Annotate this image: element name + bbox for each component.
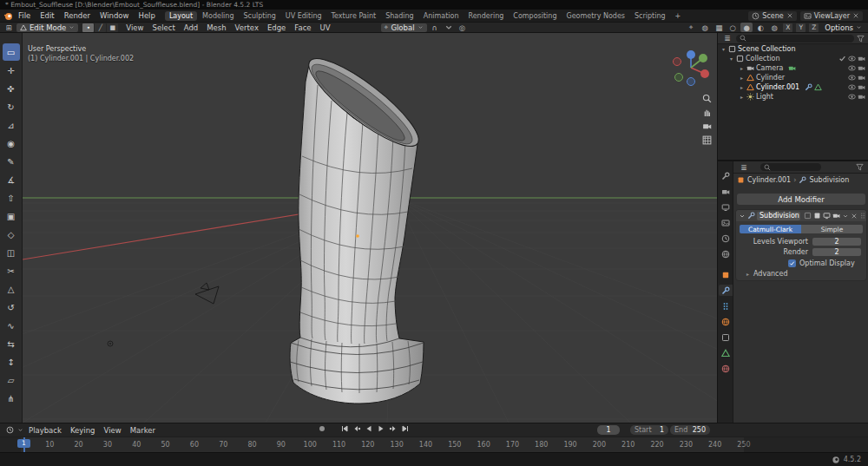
auto-keying-icon[interactable]: [318, 424, 326, 433]
tool-transform-button[interactable]: ◉: [3, 135, 20, 152]
workspace-tab-scripting[interactable]: Scripting: [630, 11, 670, 21]
properties-tab-output[interactable]: [719, 201, 733, 213]
frame-start-field[interactable]: Start 1: [630, 425, 668, 435]
modifier-panel-header[interactable]: Subdivision: [736, 210, 866, 221]
viewlayer-selector[interactable]: ViewLayer: [800, 11, 863, 21]
blender-logo-icon[interactable]: [3, 11, 13, 21]
properties-tab-physics[interactable]: [719, 316, 733, 327]
simple-button[interactable]: Simple: [801, 225, 863, 233]
menu-file[interactable]: File: [14, 10, 35, 21]
outliner-editor-icon[interactable]: ≣: [721, 34, 733, 43]
menu-uv[interactable]: UV: [317, 23, 334, 32]
optimal-display-checkbox[interactable]: [788, 259, 796, 267]
drag-handle-icon[interactable]: [859, 212, 866, 220]
properties-tab-particles[interactable]: [719, 300, 733, 312]
shading-solid-icon[interactable]: ●: [740, 23, 753, 32]
menu-select[interactable]: Select: [149, 23, 179, 32]
menu-edge[interactable]: Edge: [264, 23, 289, 32]
disclosure-icon[interactable]: ▸: [739, 84, 745, 90]
disclosure-icon[interactable]: ▾: [720, 46, 727, 52]
outliner-row-camera[interactable]: ▸ Camera: [718, 63, 868, 73]
tool-smooth-button[interactable]: ∿: [3, 317, 20, 334]
properties-tab-modifiers[interactable]: [719, 285, 733, 296]
shading-rendered-icon[interactable]: ◍: [768, 23, 780, 32]
properties-tab-world[interactable]: [719, 248, 733, 259]
visibility-eye-icon[interactable]: [848, 74, 856, 82]
tool-poly-build-button[interactable]: △: [3, 280, 20, 298]
tool-shrink-flatten-button[interactable]: ↕: [3, 353, 20, 371]
disclosure-icon[interactable]: ▸: [739, 94, 745, 100]
frame-end-field[interactable]: End 250: [670, 425, 710, 435]
menu-playback[interactable]: Playback: [25, 426, 65, 435]
collection-checkbox-icon[interactable]: [838, 55, 846, 62]
next-keyframe-button[interactable]: [389, 424, 398, 433]
properties-tab-tool[interactable]: [719, 170, 733, 181]
menu-window[interactable]: Window: [95, 10, 134, 21]
tool-select-box-button[interactable]: ▭: [3, 43, 20, 61]
render-visibility-icon[interactable]: [858, 74, 865, 82]
mode-dropdown[interactable]: Edit Mode: [16, 23, 78, 32]
render-visibility-icon[interactable]: [858, 83, 865, 91]
display-on-cage-icon[interactable]: [804, 212, 812, 220]
show-gizmo-icon[interactable]: ⌖: [685, 23, 697, 32]
modifier-name-field[interactable]: Subdivision: [757, 212, 800, 220]
tool-move-button[interactable]: ✜: [3, 80, 20, 97]
add-modifier-button[interactable]: Add Modifier: [737, 194, 865, 205]
workspace-tab-texture-paint[interactable]: Texture Paint: [327, 11, 381, 21]
properties-tab-scene[interactable]: [719, 233, 733, 244]
snap-dropdown-icon[interactable]: [443, 23, 455, 32]
transform-orientation-dropdown[interactable]: ⌖ Global: [381, 23, 427, 32]
expand-chevron-icon[interactable]: [739, 213, 746, 220]
outliner-row-cylinder-001[interactable]: ▸ Cylinder.001: [718, 82, 868, 92]
navigation-gizmo[interactable]: [667, 43, 715, 92]
editor-type-button[interactable]: ⊞: [3, 23, 15, 32]
jump-to-end-button[interactable]: [401, 424, 410, 433]
proportional-editing-icon[interactable]: ◎: [457, 23, 469, 32]
menu-view[interactable]: View: [122, 23, 147, 32]
tool-measure-button[interactable]: ∡: [3, 171, 20, 188]
menu-vertex[interactable]: Vertex: [232, 23, 262, 32]
disclosure-icon[interactable]: ▸: [739, 75, 745, 81]
timeline-editor-icon[interactable]: [3, 425, 16, 435]
snap-magnet-icon[interactable]: ∩: [429, 23, 441, 32]
workspace-add-button[interactable]: +: [671, 11, 686, 21]
mirror-y-toggle[interactable]: Y: [796, 23, 806, 32]
playhead-frame-chip[interactable]: 1: [17, 439, 30, 448]
menu-edit[interactable]: Edit: [36, 10, 58, 21]
tool-cursor-button[interactable]: ✛: [3, 62, 20, 79]
properties-tab-object-data[interactable]: [719, 347, 733, 358]
jump-to-start-button[interactable]: [340, 424, 349, 433]
tool-rip-region-button[interactable]: ⋔: [3, 390, 20, 407]
close-icon[interactable]: [851, 213, 858, 220]
disclosure-icon[interactable]: ▾: [728, 56, 734, 62]
menu-add[interactable]: Add: [181, 23, 201, 32]
filter-icon[interactable]: [856, 163, 864, 171]
gizmo-z-neg-axis[interactable]: [687, 78, 695, 86]
orthographic-toggle-icon[interactable]: [702, 135, 712, 145]
menu-keying[interactable]: Keying: [67, 426, 99, 435]
options-dropdown[interactable]: Options: [821, 23, 865, 32]
camera-view-icon[interactable]: [702, 121, 712, 131]
tool-annotate-button[interactable]: ✎: [3, 153, 20, 170]
outliner-row-cylinder[interactable]: ▸ Cylinder: [718, 73, 868, 82]
workspace-tab-modeling[interactable]: Modeling: [198, 11, 238, 21]
render-visibility-icon[interactable]: [858, 64, 865, 72]
tool-shear-button[interactable]: ▱: [3, 371, 20, 389]
properties-tab-object[interactable]: [719, 269, 733, 280]
gizmo-z-axis[interactable]: [687, 50, 695, 59]
workspace-tab-animation[interactable]: Animation: [419, 11, 464, 21]
mirror-x-toggle[interactable]: X: [783, 23, 792, 32]
workspace-tab-geometry-nodes[interactable]: Geometry Nodes: [562, 11, 629, 21]
viewport-canvas[interactable]: User Perspective (1) Cylinder.001 | Cyli…: [23, 33, 717, 423]
advanced-section-header[interactable]: ▸ Advanced: [740, 268, 863, 279]
disclosure-icon[interactable]: ▸: [739, 65, 745, 71]
catmull-clark-button[interactable]: Catmull-Clark: [740, 225, 801, 233]
pan-hand-icon[interactable]: [702, 108, 712, 117]
prev-keyframe-button[interactable]: [352, 424, 361, 433]
shading-wireframe-icon[interactable]: ○: [727, 23, 739, 32]
tool-knife-button[interactable]: ✂: [3, 262, 20, 279]
tool-bevel-button[interactable]: ◇: [3, 226, 20, 243]
zoom-icon[interactable]: [702, 94, 712, 103]
visibility-eye-icon[interactable]: [848, 93, 856, 101]
properties-tab-material[interactable]: [719, 363, 733, 374]
